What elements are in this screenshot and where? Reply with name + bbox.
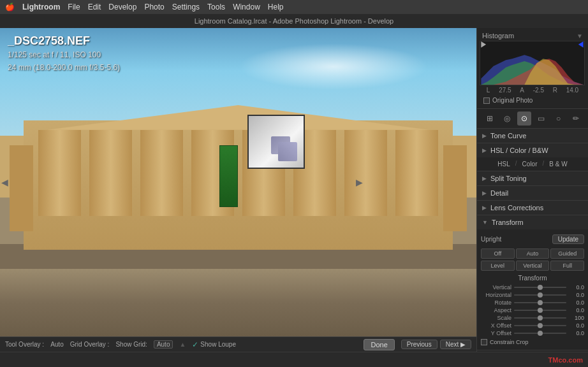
left-wing bbox=[10, 145, 33, 232]
horizontal-track[interactable] bbox=[514, 294, 566, 296]
menu-tools[interactable]: Tools bbox=[207, 3, 225, 11]
hsl-section: ▶ HSL / Color / B&W HSL / Color / B & W bbox=[477, 143, 588, 171]
col7 bbox=[344, 130, 387, 217]
show-grid-value[interactable]: Auto bbox=[154, 340, 173, 349]
spot-removal-icon[interactable]: ◎ bbox=[500, 112, 514, 126]
exif-lens: 24 mm (18.0-200.0 mm f/3.5-5.6) bbox=[8, 62, 120, 73]
exif-shutter: 1/125 sec at f / 11, ISO 100 bbox=[8, 49, 120, 61]
yoffset-label: Y Offset bbox=[481, 330, 514, 336]
horizontal-thumb[interactable] bbox=[538, 292, 543, 298]
histogram-canvas bbox=[480, 41, 585, 85]
split-toning-title: Split Toning bbox=[490, 175, 527, 182]
col8 bbox=[395, 130, 438, 217]
split-toning-section: ▶ Split Toning bbox=[477, 171, 588, 186]
yoffset-slider-row: Y Offset 0.0 bbox=[481, 329, 584, 337]
lens-corrections-section: ▶ Lens Corrections bbox=[477, 201, 588, 215]
l-label: L bbox=[487, 87, 490, 94]
right-panel: Histogram ▼ bbox=[476, 28, 588, 352]
columns-row bbox=[38, 130, 439, 217]
guided-button[interactable]: Guided bbox=[550, 248, 584, 259]
constrain-crop-row: Constrain Crop bbox=[481, 337, 584, 347]
histogram-values: L 27.5 A -2.5 R 14.0 bbox=[480, 85, 585, 95]
app-name[interactable]: Lightroom bbox=[22, 3, 60, 11]
col3 bbox=[140, 130, 183, 217]
detail-title: Detail bbox=[490, 189, 508, 197]
loupe-overlay bbox=[247, 115, 305, 169]
menu-window[interactable]: Window bbox=[233, 3, 260, 11]
radial-filter-icon[interactable]: ○ bbox=[552, 112, 566, 126]
next-button[interactable]: Next ▶ bbox=[440, 340, 471, 349]
update-button[interactable]: Update bbox=[552, 234, 584, 244]
show-loupe-check[interactable]: ✓ Show Loupe bbox=[192, 340, 236, 349]
center-area: _DSC2758.NEF 1/125 sec at f / 11, ISO 10… bbox=[0, 28, 476, 352]
yoffset-thumb[interactable] bbox=[538, 331, 543, 336]
hsl-title: HSL / Color / B&W bbox=[490, 147, 548, 154]
col2 bbox=[89, 130, 132, 217]
clouds bbox=[239, 43, 429, 90]
rotate-track[interactable] bbox=[514, 302, 566, 303]
original-photo-checkbox-row: Original Photo bbox=[480, 95, 585, 106]
level-button[interactable]: Level bbox=[481, 261, 515, 271]
histogram-expand-icon[interactable]: ▼ bbox=[577, 32, 583, 40]
tone-curve-header[interactable]: ▶ Tone Curve bbox=[477, 129, 588, 143]
xoffset-track[interactable] bbox=[514, 325, 566, 326]
apple-menu[interactable]: 🍎 bbox=[5, 3, 15, 11]
vertical-track[interactable] bbox=[514, 287, 566, 288]
hsl-tab-bw[interactable]: B & W bbox=[547, 160, 570, 168]
transform-section: ▼ Transform Upright Update Off Auto Guid… bbox=[477, 215, 588, 350]
aspect-slider-row: Aspect 0.0 bbox=[481, 306, 584, 314]
scale-track[interactable] bbox=[514, 317, 566, 319]
hsl-header[interactable]: ▶ HSL / Color / B&W bbox=[477, 143, 588, 157]
left-panel-toggle[interactable]: ◀ bbox=[1, 177, 8, 187]
right-wing bbox=[443, 145, 467, 232]
original-photo-checkbox[interactable] bbox=[483, 97, 490, 104]
constrain-crop-checkbox[interactable] bbox=[481, 339, 487, 345]
graduated-filter-icon[interactable]: ▭ bbox=[534, 112, 548, 126]
bottom-toolbar: Tool Overlay : Auto Grid Overlay : Show … bbox=[0, 336, 476, 352]
scale-slider-row: Scale 100 bbox=[481, 314, 584, 322]
done-button[interactable]: Done bbox=[364, 339, 394, 350]
red-eye-icon[interactable]: ⊙ bbox=[517, 112, 531, 126]
vertical-button[interactable]: Vertical bbox=[516, 261, 550, 271]
mode-buttons-row1: Off Auto Guided bbox=[481, 248, 584, 259]
right-toolbar-tools: Done Previous Next ▶ bbox=[364, 339, 471, 350]
menu-file[interactable]: File bbox=[68, 3, 80, 11]
crop-tool-icon[interactable]: ⊞ bbox=[483, 112, 497, 126]
split-toning-arrow: ▶ bbox=[482, 175, 487, 182]
split-toning-header[interactable]: ▶ Split Toning bbox=[477, 171, 588, 185]
menu-bar: 🍎 Lightroom File Edit Develop Photo Sett… bbox=[0, 0, 588, 14]
xoffset-label: X Offset bbox=[481, 322, 514, 329]
menu-edit[interactable]: Edit bbox=[88, 3, 101, 11]
previous-button[interactable]: Previous bbox=[401, 340, 437, 349]
menu-settings[interactable]: Settings bbox=[172, 3, 200, 11]
hsl-tab-hsl[interactable]: HSL bbox=[495, 160, 512, 168]
vertical-slider-row: Vertical 0.0 bbox=[481, 284, 584, 291]
tool-overlay-value[interactable]: Auto bbox=[50, 341, 64, 348]
off-button[interactable]: Off bbox=[481, 248, 515, 259]
aspect-track[interactable] bbox=[514, 310, 566, 311]
lens-corrections-title: Lens Corrections bbox=[490, 204, 543, 212]
auto-button[interactable]: Auto bbox=[516, 248, 550, 259]
full-button[interactable]: Full bbox=[550, 261, 584, 271]
menu-help[interactable]: Help bbox=[268, 3, 284, 11]
transform-header[interactable]: ▼ Transform bbox=[477, 215, 588, 229]
adjustment-brush-icon[interactable]: ✏ bbox=[569, 112, 583, 126]
tool-icons-row: ⊞ ◎ ⊙ ▭ ○ ✏ bbox=[477, 109, 588, 129]
show-loupe-label: Show Loupe bbox=[200, 341, 236, 348]
detail-header[interactable]: ▶ Detail bbox=[477, 186, 588, 200]
hsl-sep2: / bbox=[543, 160, 545, 168]
menu-develop[interactable]: Develop bbox=[108, 3, 136, 11]
scale-thumb[interactable] bbox=[538, 315, 543, 320]
rotate-thumb[interactable] bbox=[538, 300, 543, 305]
right-panel-toggle[interactable]: ▶ bbox=[356, 177, 363, 187]
menu-photo[interactable]: Photo bbox=[144, 3, 164, 11]
vertical-thumb[interactable] bbox=[538, 285, 543, 290]
yoffset-track[interactable] bbox=[514, 333, 566, 334]
tone-curve-arrow: ▶ bbox=[482, 133, 487, 139]
photo-canvas[interactable]: _DSC2758.NEF 1/125 sec at f / 11, ISO 10… bbox=[0, 28, 476, 336]
xoffset-thumb[interactable] bbox=[538, 323, 543, 328]
lens-corrections-header[interactable]: ▶ Lens Corrections bbox=[477, 201, 588, 215]
aspect-thumb[interactable] bbox=[538, 308, 543, 313]
watermark: TMco.com bbox=[548, 356, 583, 364]
hsl-tab-color[interactable]: Color bbox=[520, 160, 540, 168]
